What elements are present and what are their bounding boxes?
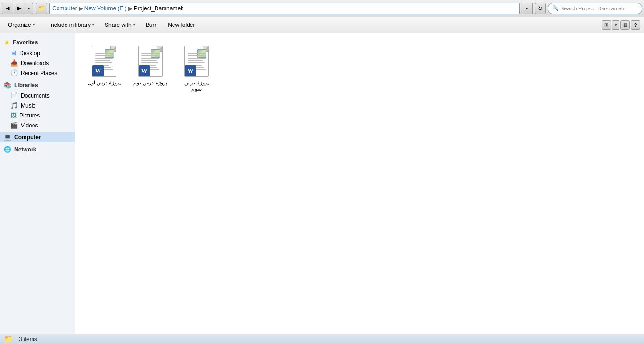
refresh-icon: ↻ (538, 5, 543, 12)
word-badge: W (92, 65, 104, 76)
forward-button[interactable]: ▶ (14, 3, 25, 14)
toolbar-separator-1 (42, 20, 42, 30)
sidebar-item-pictures[interactable]: 🖼 Pictures (0, 110, 75, 120)
libraries-header[interactable]: 📚 Libraries (0, 80, 75, 91)
network-section: 🌐 Network (0, 144, 75, 155)
document-page: W (184, 46, 209, 77)
desktop-folder-icon: 🖥 (10, 50, 17, 57)
search-icon: 🔍 (552, 5, 559, 11)
breadcrumb-dropdown-button[interactable]: ▾ (521, 3, 533, 14)
document-page: W (138, 46, 163, 77)
libraries-label: Libraries (14, 82, 38, 89)
organize-chevron-icon: ▾ (33, 23, 35, 27)
videos-icon: 🎬 (10, 122, 18, 129)
sidebar-item-music[interactable]: 🎵 Music (0, 101, 75, 110)
file-item[interactable]: W پروژهٔ درس دوم (129, 41, 172, 95)
sidebar-item-computer[interactable]: 💻 Computer (0, 132, 75, 142)
file-item[interactable]: W پروژهٔ درس سوم (175, 41, 218, 95)
organize-label: Organize (8, 22, 31, 28)
refresh-button[interactable]: ↻ (535, 3, 546, 14)
star-icon: ★ (4, 39, 10, 46)
documents-label: Documents (21, 92, 50, 99)
pictures-label: Pictures (19, 112, 40, 119)
include-library-label: Include in library (50, 22, 91, 28)
desktop-label: Desktop (19, 50, 40, 57)
word-doc-icon: W (136, 44, 165, 78)
share-with-button[interactable]: Share with ▾ (100, 19, 140, 31)
new-folder-label: New folder (168, 22, 195, 28)
downloads-folder-icon: 📥 (10, 59, 18, 67)
word-doc-icon: W (90, 44, 118, 78)
view-extra-button[interactable]: ⊞ (602, 20, 611, 30)
up-button[interactable]: 📁 (36, 3, 47, 14)
favorites-header[interactable]: ★ Favorites (0, 37, 75, 48)
item-count: 3 items (19, 336, 37, 343)
computer-label: Computer (14, 134, 41, 141)
favorites-section: ★ Favorites 🖥 Desktop 📥 Downloads 🕐 Rece… (0, 37, 75, 78)
pictures-icon: 🖼 (10, 112, 17, 119)
document-page: W (92, 46, 116, 77)
network-icon: 🌐 (4, 146, 11, 153)
back-button[interactable]: ◀ (2, 3, 13, 14)
forward-icon: ▶ (17, 5, 21, 11)
breadcrumb-sep-1: ▶ (79, 5, 83, 12)
address-bar: ◀ ▶ ▾ 📁 Computer ▶ New Volume (E:) ▶ Pro… (0, 0, 644, 17)
help-button[interactable]: ? (631, 20, 640, 30)
sidebar-item-network[interactable]: 🌐 Network (0, 144, 75, 155)
breadcrumb-volume[interactable]: New Volume (E:) (84, 5, 127, 12)
nav-dropdown-button[interactable]: ▾ (25, 3, 33, 14)
details-pane-button[interactable]: ▥ (620, 20, 630, 30)
sidebar: ★ Favorites 🖥 Desktop 📥 Downloads 🕐 Rece… (0, 33, 75, 334)
chevron-down-icon-2: ▾ (526, 6, 528, 11)
videos-label: Videos (21, 122, 38, 129)
music-icon: 🎵 (10, 102, 18, 109)
libraries-section: 📚 Libraries 📄 Documents 🎵 Music 🖼 Pictur… (0, 80, 75, 130)
file-label: پروژهٔ درس اول (88, 80, 121, 86)
recent-folder-icon: 🕐 (10, 69, 18, 76)
chevron-down-icon: ▾ (28, 6, 30, 11)
breadcrumb-current: Project_Darsnameh (134, 5, 184, 12)
library-icon: 📚 (4, 82, 11, 89)
sidebar-item-recent[interactable]: 🕐 Recent Places (0, 68, 75, 78)
sidebar-item-downloads[interactable]: 📥 Downloads (0, 58, 75, 68)
file-item[interactable]: W پروژهٔ درس اول (83, 41, 125, 95)
file-label: پروژهٔ درس دوم (133, 80, 167, 86)
computer-icon: 💻 (4, 134, 11, 141)
breadcrumb-computer[interactable]: Computer (52, 5, 77, 12)
include-chevron-icon: ▾ (92, 23, 94, 27)
sidebar-item-desktop[interactable]: 🖥 Desktop (0, 48, 75, 58)
content-area[interactable]: W پروژهٔ درس اول (75, 33, 644, 334)
search-placeholder-text: Search Project_Darsnameh (561, 6, 624, 11)
burn-label: Burn (146, 22, 157, 28)
status-bar: 📁 3 items (0, 334, 644, 344)
breadcrumb-bar[interactable]: Computer ▶ New Volume (E:) ▶ Project_Dar… (49, 3, 520, 14)
sidebar-item-videos[interactable]: 🎬 Videos (0, 120, 75, 130)
word-badge: W (185, 65, 196, 76)
folder-up-icon: 📁 (38, 5, 45, 12)
recent-label: Recent Places (21, 70, 57, 76)
back-forward-group: ◀ ▶ ▾ (2, 3, 33, 14)
include-library-button[interactable]: Include in library ▾ (45, 19, 99, 31)
breadcrumb-sep-2: ▶ (128, 5, 132, 12)
documents-icon: 📄 (10, 92, 18, 99)
file-label: پروژهٔ درس سوم (179, 80, 215, 92)
word-badge: W (139, 65, 150, 76)
music-label: Music (21, 102, 35, 109)
burn-button[interactable]: Burn (141, 19, 162, 31)
organize-button[interactable]: Organize ▾ (4, 19, 39, 31)
downloads-label: Downloads (21, 60, 49, 67)
sidebar-item-documents[interactable]: 📄 Documents (0, 91, 75, 101)
share-with-label: Share with (105, 22, 132, 28)
search-bar[interactable]: 🔍 Search Project_Darsnameh (548, 3, 642, 14)
computer-section: 💻 Computer (0, 132, 75, 142)
word-doc-icon: W (182, 44, 211, 78)
favorites-label: Favorites (13, 39, 38, 46)
back-icon: ◀ (6, 5, 9, 11)
toolbar: Organize ▾ Include in library ▾ Share wi… (0, 17, 644, 33)
network-label: Network (14, 146, 36, 153)
view-dropdown-button[interactable]: ▾ (612, 20, 619, 30)
main-container: ★ Favorites 🖥 Desktop 📥 Downloads 🕐 Rece… (0, 33, 644, 334)
new-folder-button[interactable]: New folder (164, 19, 199, 31)
status-folder-icon: 📁 (4, 335, 13, 344)
windows-explorer: ◀ ▶ ▾ 📁 Computer ▶ New Volume (E:) ▶ Pro… (0, 0, 644, 344)
